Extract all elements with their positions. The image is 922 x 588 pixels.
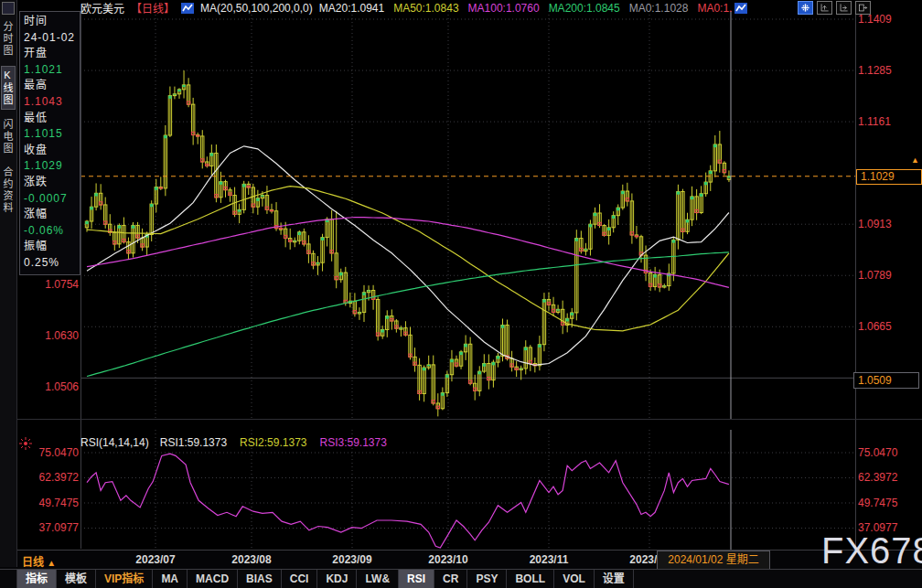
toolbar-tab-RSI[interactable]: RSI <box>399 570 434 588</box>
info-label: 涨幅 <box>24 207 80 223</box>
indicator-toolbar: 指标模板VIP指标MAMACDBIASCCIKDJLW&RSICRPSYBOLL… <box>0 569 922 588</box>
sidebar-tab-合约资料[interactable]: 合约资料 <box>2 164 15 217</box>
price-tick-label: 1.0665 <box>858 320 892 333</box>
month-label: 2023/08 <box>231 553 271 566</box>
expand-pane-icon[interactable] <box>855 1 871 15</box>
triangle-up-icon: ▲ <box>47 558 56 568</box>
price-up-arrow-icon: ▲ <box>911 156 919 164</box>
main-candlestick-chart[interactable] <box>80 11 855 419</box>
ma-settings-label: MA(20,50,100,200,0,0) <box>200 2 313 15</box>
month-label: 2023/09 <box>332 553 371 566</box>
ma-value-label: MA50:1.0843 <box>393 2 458 15</box>
info-label: 最低 <box>24 111 80 127</box>
chart-line-icon-small <box>734 3 747 14</box>
current-date-box: 2024/01/02 星期二 <box>657 551 770 570</box>
toolbar-tab-BIAS[interactable]: BIAS <box>238 570 282 588</box>
info-label: 涨跌 <box>24 175 80 191</box>
rsi-tick-label: 75.0470 <box>858 446 897 459</box>
price-tick-label: 1.0913 <box>858 218 892 230</box>
sidebar-tab-闪电图[interactable]: 闪电图 <box>2 116 15 157</box>
period-selector[interactable]: 日线 ▲ <box>22 553 56 569</box>
info-value: 1.1021 <box>24 62 80 79</box>
info-value: 24-01-02 <box>24 30 80 47</box>
toolbar-tab-VIP指标[interactable]: VIP指标 <box>96 570 153 588</box>
info-value: 1.1043 <box>24 94 80 111</box>
info-label: 开盘 <box>24 46 80 62</box>
toolbar-spacer <box>0 570 17 588</box>
rsi-tick-label: 37.0977 <box>20 521 79 534</box>
price-tick-label: 1.1409 <box>858 13 892 26</box>
toolbar-tab-LW&[interactable]: LW& <box>357 570 399 588</box>
info-value: 1.1015 <box>24 126 80 143</box>
month-label: 2023/10 <box>428 553 467 566</box>
price-tick-label: 1.1285 <box>858 64 892 77</box>
toolbar-tab-VOL[interactable]: VOL <box>554 570 595 588</box>
plot-left-border <box>80 11 81 549</box>
quote-info-panel: 时间24-01-02开盘1.1021最高1.1043最低1.1015收盘1.10… <box>19 11 80 275</box>
app-icon[interactable] <box>2 2 15 15</box>
info-value: 0.25% <box>24 255 80 272</box>
ma-value-label: MA0:1. <box>697 2 732 15</box>
period-tag: 【日线】 <box>131 0 175 16</box>
price-tick-label: 1.0506 <box>20 380 79 393</box>
toolbar-tab-PSY[interactable]: PSY <box>467 570 507 588</box>
rsi-series-label: RSI1:59.1373 <box>160 436 227 449</box>
toolbar-tab-CR[interactable]: CR <box>434 570 467 588</box>
ma-value-label: MA200:1.0845 <box>549 2 620 15</box>
month-label: 2023/07 <box>135 553 175 566</box>
toolbar-tab-MA[interactable]: MA <box>153 570 188 588</box>
chart-line-icon <box>181 3 194 14</box>
info-value: -0.0007 <box>24 191 80 208</box>
current-price-box: 1.1029 <box>856 169 922 185</box>
ma-value-label: MA20:1.0941 <box>319 2 384 15</box>
rsi-series-label: RSI3:59.1373 <box>320 436 387 449</box>
rsi-series-labels: RSI1:59.1373RSI2:59.1373RSI3:59.1373 <box>160 436 387 449</box>
indicator-burst-icon[interactable] <box>18 436 33 451</box>
trading-app-window: 欧元美元 【日线】 MA(20,50,100,200,0,0) MA20:1.0… <box>0 0 922 588</box>
rsi-header: RSI(14,14,14) RSI1:59.1373RSI2:59.1373RS… <box>80 436 387 449</box>
rsi-title: RSI(14,14,14) <box>80 436 149 449</box>
info-value: -0.06% <box>24 223 80 240</box>
toolbar-tab-模板[interactable]: 模板 <box>57 570 96 588</box>
symbol-name: 欧元美元 <box>80 0 124 16</box>
ma-value-label: MA0:1.1028 <box>629 2 689 15</box>
crosshair-icon[interactable] <box>798 1 813 15</box>
info-label: 最高 <box>24 78 80 94</box>
left-sidebar: 分时图K线图闪电图合约资料 <box>0 0 17 567</box>
rsi-tick-label: 62.3972 <box>858 471 897 484</box>
rsi-series-label: RSI2:59.1373 <box>240 436 306 449</box>
rsi-tick-label: 62.3972 <box>20 471 79 484</box>
sidebar-tab-分时图[interactable]: 分时图 <box>2 18 15 59</box>
info-label: 振幅 <box>24 239 80 255</box>
toolbar-tab-MACD[interactable]: MACD <box>188 570 238 588</box>
info-label: 收盘 <box>24 143 80 159</box>
toolbar-tab-CCI[interactable]: CCI <box>282 570 318 588</box>
zoom-y-icon[interactable] <box>836 1 852 15</box>
sidebar-tab-K线图[interactable]: K线图 <box>1 66 16 110</box>
price-tick-label: 1.1161 <box>858 115 891 128</box>
period-selector-label: 日线 <box>22 556 44 569</box>
price-tick-label: 1.0630 <box>20 329 79 342</box>
zoom-x-icon[interactable] <box>817 1 832 15</box>
date-axis-row: 日线 ▲ 2023/072023/082023/092023/102023/11… <box>0 550 922 570</box>
toolbar-tab-BOLL[interactable]: BOLL <box>507 570 554 588</box>
info-label: 时间 <box>24 14 80 30</box>
toolbar-tab-设置[interactable]: 设置 <box>595 570 634 588</box>
toolbar-tab-指标[interactable]: 指标 <box>17 570 57 588</box>
rsi-tick-label: 49.7475 <box>858 497 897 509</box>
plot-right-border <box>855 11 856 549</box>
session-low-box: 1.0509 <box>853 372 919 389</box>
top-bar: 欧元美元 【日线】 MA(20,50,100,200,0,0) MA20:1.0… <box>80 1 747 15</box>
ma-value-label: MA100:1.0760 <box>468 2 540 15</box>
price-tick-label: 1.0789 <box>858 269 892 282</box>
watermark: FX678 <box>821 530 922 572</box>
ma-value-labels: MA20:1.0941MA50:1.0843MA100:1.0760MA200:… <box>319 2 733 15</box>
rsi-tick-label: 49.7475 <box>20 497 79 509</box>
month-label: 2023/11 <box>530 553 569 566</box>
chart-tool-icons <box>798 1 871 15</box>
panel-separator <box>16 419 922 420</box>
info-value: 1.1029 <box>24 158 80 175</box>
price-tick-label: 1.0754 <box>20 278 79 291</box>
toolbar-tab-KDJ[interactable]: KDJ <box>317 570 357 588</box>
